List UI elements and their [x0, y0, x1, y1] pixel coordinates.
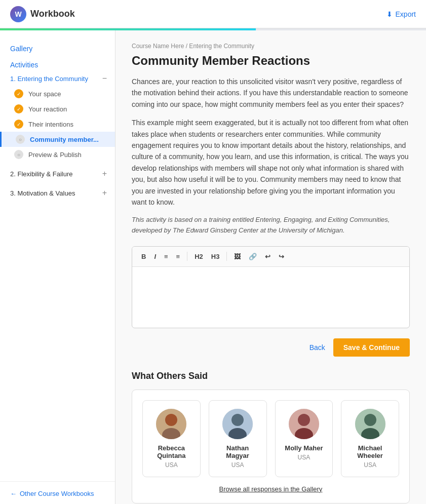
person-name-nathan: Nathan Magyar	[217, 444, 258, 459]
toolbar-redo[interactable]: ↪	[276, 251, 287, 262]
breadcrumb: Course Name Here / Entering the Communit…	[132, 43, 410, 50]
person-name-michael: Michael Wheeler	[350, 444, 391, 459]
content-paragraph-2: This example might seem exaggerated, but…	[132, 117, 410, 208]
other-workbooks-link[interactable]: ← Other Course Workbooks	[0, 481, 115, 504]
person-country-nathan: USA	[231, 461, 244, 469]
section-3-header[interactable]: 3. Motivation & Values +	[0, 185, 115, 201]
avatar-michael	[355, 409, 385, 439]
your-space-label: Your space	[28, 90, 61, 98]
editor-body[interactable]	[132, 267, 409, 328]
what-others-title: What Others Said	[132, 371, 410, 381]
toolbar-italic[interactable]: I	[151, 251, 159, 262]
sidebar-item-community-member[interactable]: ○ Community member...	[0, 132, 115, 147]
svg-point-10	[364, 414, 376, 426]
person-name-molly: Molly Maher	[285, 444, 323, 452]
avatar-molly	[289, 409, 319, 439]
circle-icon: ○	[16, 135, 25, 144]
top-nav: W Workbook ⬇ Export	[0, 0, 426, 28]
community-member-label: Community member...	[30, 136, 99, 143]
save-continue-button[interactable]: Save & Continue	[333, 338, 410, 357]
checkmark-icon: ✓	[14, 104, 23, 113]
section-2-header[interactable]: 2. Flexibility & Failure +	[0, 166, 115, 181]
toolbar-h3[interactable]: H3	[208, 251, 223, 262]
sidebar-item-preview-publish[interactable]: ○ Preview & Publish	[0, 147, 115, 162]
checkmark-icon: ✓	[14, 120, 23, 129]
collapse-icon-1: −	[102, 74, 107, 83]
avatar-rebecca	[156, 409, 186, 439]
section-2-title: 2. Flexibility & Failure	[10, 170, 73, 178]
export-button[interactable]: ⬇ Export	[386, 10, 416, 18]
person-card-michael[interactable]: Michael Wheeler USA	[341, 400, 399, 477]
page-title: Community Member Reactions	[132, 54, 410, 68]
person-name-rebecca: Rebecca Quintana	[151, 444, 192, 459]
logo-icon: W	[10, 6, 26, 22]
svg-point-7	[298, 414, 310, 426]
sidebar-item-their-intentions[interactable]: ✓ Their intentions	[0, 117, 115, 132]
sidebar-top: Gallery Activities 1. Entering the Commu…	[0, 41, 115, 481]
section-1-items: ✓ Your space ✓ Your reaction ✓ Their int…	[0, 86, 115, 162]
toolbar-separator-2	[226, 252, 227, 261]
toolbar-unordered-list[interactable]: ≡	[161, 251, 171, 262]
others-cards-container: Rebecca Quintana USA Nathan Magyar USA	[132, 390, 410, 503]
sidebar-section-1: 1. Entering the Community − ✓ Your space…	[0, 71, 115, 162]
svg-point-4	[231, 414, 244, 426]
sidebar: Gallery Activities 1. Entering the Commu…	[0, 30, 115, 504]
person-country-rebecca: USA	[165, 461, 178, 469]
person-card-rebecca[interactable]: Rebecca Quintana USA	[142, 400, 201, 477]
person-card-molly[interactable]: Molly Maher USA	[275, 400, 333, 477]
text-editor: B I ≡ ≡ H2 H3 🖼 🔗 ↩ ↪	[132, 246, 410, 328]
brand: W Workbook	[10, 6, 75, 22]
editor-toolbar: B I ≡ ≡ H2 H3 🖼 🔗 ↩ ↪	[132, 247, 409, 267]
sidebar-gallery[interactable]: Gallery	[0, 41, 115, 57]
person-country-michael: USA	[364, 461, 376, 469]
person-card-nathan[interactable]: Nathan Magyar USA	[209, 400, 267, 477]
download-icon: ⬇	[386, 10, 393, 18]
circle-icon: ○	[14, 150, 23, 159]
toolbar-h2[interactable]: H2	[191, 251, 206, 262]
toolbar-ordered-list[interactable]: ≡	[173, 251, 183, 262]
toolbar-undo[interactable]: ↩	[262, 251, 274, 262]
browse-gallery-link[interactable]: Browse all responses in the Gallery	[142, 485, 399, 493]
section-1-title: 1. Entering the Community	[10, 75, 88, 83]
preview-publish-label: Preview & Publish	[28, 151, 82, 159]
person-country-molly: USA	[298, 454, 311, 461]
sidebar-section-3: 3. Motivation & Values +	[0, 185, 115, 201]
toolbar-separator-1	[187, 252, 187, 261]
expand-icon-3: +	[102, 188, 107, 198]
section-3-title: 3. Motivation & Values	[10, 189, 75, 197]
sidebar-section-2: 2. Flexibility & Failure +	[0, 166, 115, 181]
toolbar-image[interactable]: 🖼	[231, 251, 244, 262]
expand-icon-2: +	[102, 169, 107, 178]
main-content: Course Name Here / Entering the Communit…	[115, 30, 426, 504]
back-button[interactable]: Back	[309, 343, 325, 352]
content-italic: This activity is based on a training ent…	[132, 215, 410, 236]
svg-point-1	[165, 414, 177, 426]
toolbar-link[interactable]: 🔗	[246, 251, 260, 262]
sidebar-activities-label: Activities	[0, 57, 115, 71]
content-paragraph-1: Chances are, your reaction to this unsol…	[132, 76, 410, 110]
your-reaction-label: Your reaction	[28, 105, 67, 113]
layout: Gallery Activities 1. Entering the Commu…	[0, 30, 426, 504]
their-intentions-label: Their intentions	[28, 121, 73, 128]
cards-row: Rebecca Quintana USA Nathan Magyar USA	[142, 400, 399, 477]
app-title: Workbook	[30, 9, 75, 19]
sidebar-item-your-reaction[interactable]: ✓ Your reaction	[0, 101, 115, 117]
action-row: Back Save & Continue	[132, 338, 410, 357]
arrow-left-icon: ←	[10, 490, 17, 497]
toolbar-bold[interactable]: B	[138, 251, 149, 262]
sidebar-item-your-space[interactable]: ✓ Your space	[0, 86, 115, 101]
checkmark-icon: ✓	[14, 89, 23, 98]
section-1-header[interactable]: 1. Entering the Community −	[0, 71, 115, 86]
avatar-nathan	[222, 409, 253, 439]
